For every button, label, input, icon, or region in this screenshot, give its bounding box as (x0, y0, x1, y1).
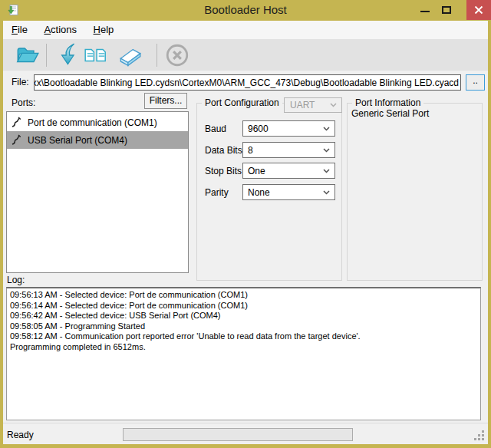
data-bits-select[interactable]: 8 (242, 142, 335, 158)
stop-bits-label: Stop Bits (205, 166, 242, 176)
chevron-down-icon (323, 148, 330, 153)
baud-select[interactable]: 9600 (242, 120, 335, 137)
chevron-down-icon (330, 103, 337, 107)
port-name: Port de communication (COM1) (28, 117, 157, 128)
log-line: 09:56:42 AM - Selected device: USB Seria… (10, 311, 477, 321)
serial-port-icon (11, 117, 21, 128)
maximize-button[interactable] (438, 2, 455, 18)
client-area: File Actions Help (3, 21, 488, 444)
log-line: 09:56:14 AM - Selected device: Port de c… (10, 301, 477, 311)
program-arrow-icon (54, 42, 80, 68)
log-line: 09:56:13 AM - Selected device: Port de c… (10, 290, 477, 301)
abort-stop-icon (164, 42, 190, 68)
protocol-select[interactable]: UART (284, 97, 342, 113)
ports-label: Ports: (12, 97, 35, 108)
open-folder-icon (15, 42, 41, 68)
erase-eraser-icon (117, 42, 143, 68)
chevron-down-icon (323, 190, 330, 195)
toolbar (3, 39, 488, 71)
port-information-title: Port Information (352, 97, 423, 108)
minimize-button[interactable] (417, 2, 433, 18)
abort-button[interactable] (164, 42, 190, 68)
chevron-down-icon (323, 127, 330, 131)
port-list-item-com4[interactable]: USB Serial Port (COM4) (7, 131, 188, 149)
toolbar-separator (157, 44, 157, 67)
verify-documents-icon (83, 42, 109, 68)
data-bits-label: Data Bits (205, 145, 242, 156)
verify-button[interactable] (83, 42, 109, 68)
statusbar: Ready (3, 423, 488, 444)
menu-item-help[interactable]: Help (94, 21, 114, 35)
program-button[interactable] (54, 42, 80, 68)
menubar: File Actions Help (3, 21, 488, 39)
progress-bar (123, 428, 353, 441)
erase-button[interactable] (117, 42, 143, 68)
baud-label: Baud (205, 124, 226, 134)
port-information-text: Generic Serial Port (351, 108, 429, 119)
menu-item-actions[interactable]: Actions (44, 21, 77, 35)
file-path-input[interactable]: ader_41xx\Bootloadable Blinking LED.cyds… (34, 74, 461, 91)
port-configuration-title: Port Configuration (202, 97, 282, 108)
browse-button[interactable]: .. (466, 74, 485, 91)
port-configuration-group: Port Configuration Baud 9600 Data Bits 8… (196, 103, 342, 281)
port-information-group: Port Information Generic Serial Port (347, 103, 483, 281)
close-button[interactable] (466, 0, 491, 20)
stop-bits-select[interactable]: One (242, 163, 335, 179)
filters-button[interactable]: Filters... (144, 93, 187, 109)
port-list-item-com1[interactable]: Port de communication (COM1) (7, 114, 188, 131)
log-label: Log: (7, 275, 25, 285)
ports-list[interactable]: Port de communication (COM1) USB Serial … (6, 111, 189, 273)
parity-select[interactable]: None (242, 184, 335, 200)
titlebar: Bootloader Host (0, 0, 491, 21)
log-line: Programming completed in 6512ms. (10, 342, 477, 353)
menu-item-file[interactable]: File (12, 21, 28, 35)
close-icon (474, 5, 483, 15)
file-label: File: (12, 77, 29, 87)
log-line: 09:58:12 AM - Communication port reporte… (10, 331, 477, 342)
open-file-button[interactable] (15, 42, 41, 68)
resize-grip[interactable] (482, 438, 484, 440)
status-text: Ready (7, 430, 34, 440)
parity-label: Parity (205, 187, 229, 198)
toolbar-separator (46, 44, 47, 67)
file-path-value: ader_41xx\Bootloadable Blinking LED.cyds… (34, 77, 460, 88)
log-line: 09:58:05 AM - Programming Started (10, 321, 477, 332)
serial-port-icon (11, 134, 21, 146)
chevron-down-icon (323, 169, 330, 173)
log-output[interactable]: 09:56:13 AM - Selected device: Port de c… (6, 287, 481, 420)
port-name: USB Serial Port (COM4) (28, 135, 127, 146)
bootloader-host-window: Bootloader Host File Actions Help (0, 0, 491, 448)
